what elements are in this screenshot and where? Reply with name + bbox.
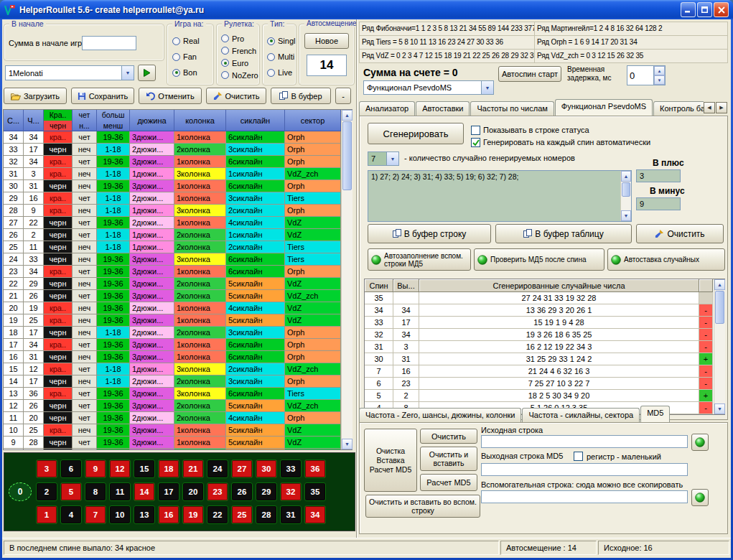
board-cell-13[interactable]: 13 bbox=[134, 505, 155, 524]
clear-button[interactable]: Очистить bbox=[206, 88, 266, 104]
show-status-checkbox[interactable] bbox=[471, 126, 480, 135]
bottom-tab-0[interactable]: Частота - Zero, шансы, дюжины, колонки bbox=[359, 408, 521, 422]
history-row[interactable]: 1025кра..неч19-363дюжи...1колонка5сиклай… bbox=[4, 424, 341, 437]
aux-sphere-button[interactable] bbox=[691, 489, 709, 506]
history-row[interactable]: 2229черннеч19-363дюжи...2колонка5сиклайн… bbox=[4, 278, 341, 290]
generated-row[interactable]: 303131 25 29 33 1 24 2+ bbox=[365, 353, 724, 365]
history-row[interactable]: 1336кра..чет19-363дюжи...3колонка6сиклай… bbox=[4, 388, 341, 400]
board-cell-10[interactable]: 10 bbox=[109, 505, 131, 524]
scroll-down-icon[interactable]: ▼ bbox=[621, 210, 631, 221]
board-cell-9[interactable]: 9 bbox=[85, 459, 106, 478]
titlebar[interactable]: HelperRoullet 5.6- create helperroullet@… bbox=[0, 0, 733, 19]
tab-scroll-left-icon[interactable]: ◀ bbox=[704, 102, 715, 113]
scroll-up-icon[interactable]: ▲ bbox=[342, 110, 353, 121]
generated-row[interactable]: 323419 3 26 18 6 35 25- bbox=[365, 329, 724, 341]
scrollbar-thumb[interactable] bbox=[342, 121, 352, 190]
md5-clear-paste-button[interactable]: Очистить и вставить bbox=[420, 447, 477, 471]
history-row[interactable]: 262чернчет1-181дюжи...2колонка1сиклайнVd… bbox=[4, 229, 341, 241]
history-row[interactable]: 313кра..неч1-181дюжи...3колонка1сиклайнV… bbox=[4, 168, 341, 180]
new-shift-button[interactable]: Новое bbox=[304, 33, 349, 49]
md5-big-button[interactable]: Очистка Вставка Расчет MD5 bbox=[364, 429, 417, 492]
play-button[interactable] bbox=[138, 65, 156, 81]
count-select[interactable]: 7 ▼ bbox=[368, 151, 399, 166]
main-tab-4[interactable]: Контроль банкролла bbox=[653, 101, 704, 116]
scroll-down-icon[interactable]: ▼ bbox=[342, 439, 353, 449]
history-row[interactable]: 2334кра..чет19-363дюжи...1колонка6сиклай… bbox=[4, 266, 341, 278]
functional-select[interactable]: Функционал PsevdoMS ▼ bbox=[363, 80, 494, 95]
autofill-md5-button[interactable]: Автозаполнение вспом. строки МД5 bbox=[368, 248, 471, 271]
game-option-fan[interactable]: Fan bbox=[172, 49, 212, 65]
history-scrollbar[interactable]: ▲ ▼ bbox=[341, 110, 353, 449]
maximize-button[interactable] bbox=[697, 2, 712, 17]
auto-generate-checkbox[interactable] bbox=[471, 138, 480, 147]
scroll-track[interactable] bbox=[342, 121, 353, 439]
board-cell-17[interactable]: 17 bbox=[158, 482, 179, 501]
md5-calc-button[interactable]: Расчет MD5 bbox=[420, 474, 477, 491]
main-tab-1[interactable]: Автоставки bbox=[416, 101, 470, 116]
game-option-real[interactable]: Real bbox=[172, 33, 212, 49]
generated-numbers-textarea[interactable]: 1) 27; 2) 24; 3) 31; 4) 33; 5) 19; 6) 32… bbox=[368, 170, 632, 222]
generated-row[interactable]: 343413 36 29 3 20 26 1- bbox=[365, 304, 724, 317]
history-row[interactable]: 3031черннеч19-363дюжи...1колонка6сиклайн… bbox=[4, 180, 341, 192]
board-cell-35[interactable]: 35 bbox=[304, 482, 326, 501]
history-row[interactable]: 3234кра..чет19-363дюжи...1колонка6сиклай… bbox=[4, 156, 341, 168]
source-sphere-button[interactable] bbox=[691, 434, 709, 451]
history-row[interactable]: 3317черннеч1-182дюжи...2колонка3сиклайнO… bbox=[4, 144, 341, 156]
spinner-down-icon[interactable]: ▼ bbox=[654, 75, 665, 85]
board-cell-22[interactable]: 22 bbox=[207, 505, 228, 524]
history-row[interactable]: 2433черннеч19-363дюжи...3колонка6сиклайн… bbox=[4, 253, 341, 266]
history-row[interactable]: 2126чернчет19-363дюжи...2колонка5сиклайн… bbox=[4, 290, 341, 302]
generated-row[interactable]: 3527 24 31 33 19 32 28 bbox=[365, 292, 724, 304]
board-cell-23[interactable]: 23 bbox=[207, 482, 228, 501]
board-cell-28[interactable]: 28 bbox=[256, 505, 277, 524]
board-cell-8[interactable]: 8 bbox=[85, 482, 106, 501]
md5-clear-paste-aux-button[interactable]: Очистить и вставить во вспом. строку bbox=[365, 495, 480, 518]
generated-row[interactable]: 71621 24 4 6 32 16 3- bbox=[365, 365, 724, 378]
md5-clear-button[interactable]: Очистить bbox=[420, 429, 477, 444]
autobet-random-button[interactable]: Автоставка случайных bbox=[607, 248, 725, 271]
minimize-button[interactable] bbox=[681, 2, 696, 17]
type-option-live[interactable]: Live bbox=[267, 65, 295, 80]
dropdown-arrow-icon[interactable]: ▼ bbox=[121, 66, 134, 80]
scroll-track[interactable] bbox=[621, 182, 631, 210]
dropdown-arrow-icon[interactable]: ▼ bbox=[481, 81, 493, 94]
scroll-track[interactable] bbox=[714, 290, 725, 403]
roulette-option-nozero[interactable]: NoZero bbox=[221, 69, 258, 81]
board-cell-27[interactable]: 27 bbox=[231, 459, 253, 478]
history-row[interactable]: 289кра..неч1-181дюжи...3колонка2сиклайнO… bbox=[4, 205, 341, 217]
dropdown-arrow-icon[interactable]: ▼ bbox=[386, 152, 398, 165]
history-row[interactable]: 1120чернчет19-362дюжи...2колонка4сиклайн… bbox=[4, 412, 341, 424]
scrollbar-thumb[interactable] bbox=[715, 291, 724, 324]
history-row[interactable]: 829черннеч19-363дюжи...2колонка5сиклайнV… bbox=[4, 449, 341, 449]
undo-button[interactable]: Отменить bbox=[139, 88, 202, 104]
scroll-up-icon[interactable]: ▲ bbox=[621, 171, 631, 182]
aux-string-input[interactable] bbox=[481, 490, 688, 503]
board-cell-11[interactable]: 11 bbox=[109, 482, 131, 501]
minus-button[interactable]: - bbox=[335, 88, 351, 104]
close-button[interactable] bbox=[714, 2, 729, 17]
generated-row[interactable]: 5218 2 5 30 34 9 20+ bbox=[365, 390, 724, 402]
board-cell-33[interactable]: 33 bbox=[280, 459, 302, 478]
board-cell-14[interactable]: 14 bbox=[134, 482, 155, 501]
history-row[interactable]: 3434кра..чет19-363дюжи...1колонка6сиклай… bbox=[4, 131, 341, 144]
delay-spinner[interactable]: 0 ▲ ▼ bbox=[627, 65, 666, 85]
tab-scroll-right-icon[interactable]: ▶ bbox=[716, 102, 727, 113]
start-sum-input[interactable] bbox=[82, 36, 136, 50]
board-cell-0[interactable]: 0 bbox=[9, 482, 32, 501]
copy-row-button[interactable]: В буфер строку bbox=[368, 224, 491, 243]
board-cell-12[interactable]: 12 bbox=[109, 459, 131, 478]
board-cell-36[interactable]: 36 bbox=[304, 459, 326, 478]
autospin-start-button[interactable]: Автоспин старт bbox=[498, 66, 561, 82]
board-cell-15[interactable]: 15 bbox=[134, 459, 155, 478]
history-row[interactable]: 2722чернчет19-362дюжи...1колонка4сиклайн… bbox=[4, 217, 341, 229]
generated-row[interactable]: 331715 19 1 9 4 28- bbox=[365, 317, 724, 329]
spinner-up-icon[interactable]: ▲ bbox=[654, 66, 665, 75]
output-string-input[interactable] bbox=[481, 463, 688, 476]
load-button[interactable]: Загрузить bbox=[4, 88, 67, 104]
type-option-multi[interactable]: Multi bbox=[267, 49, 295, 65]
main-tab-3[interactable]: Функционал PsevdoMS bbox=[555, 99, 653, 116]
generated-table-scrollbar[interactable]: ▲ ▼ bbox=[714, 279, 725, 414]
textarea-scrollbar[interactable]: ▲ ▼ bbox=[620, 171, 631, 221]
history-row[interactable]: 2019кра..неч19-362дюжи...1колонка4сиклай… bbox=[4, 302, 341, 314]
board-cell-25[interactable]: 25 bbox=[231, 505, 253, 524]
